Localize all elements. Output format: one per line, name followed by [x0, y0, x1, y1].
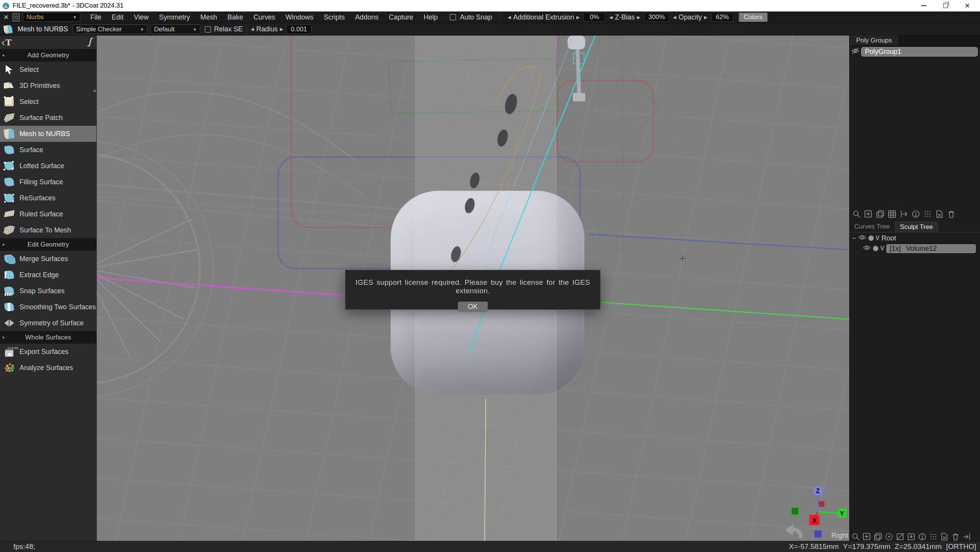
- stepper-right-icon[interactable]: ▶: [637, 15, 640, 20]
- stroke-curve-icon[interactable]: ∫: [88, 36, 93, 48]
- search-icon[interactable]: [851, 532, 860, 541]
- tab-poly-groups[interactable]: Poly Groups: [850, 36, 898, 45]
- sidebar-item-mesh-to-nurbs[interactable]: Mesh to NURBS: [0, 126, 96, 142]
- sidebar-item-select[interactable]: Select: [0, 62, 96, 78]
- menu-curves[interactable]: Curves: [253, 13, 275, 21]
- stepper-right-icon[interactable]: ▶: [704, 15, 707, 20]
- viewport-3d[interactable]: Z Y X Right IGES support license require…: [97, 36, 849, 541]
- eye-icon[interactable]: [863, 244, 871, 254]
- menu-addons[interactable]: Addons: [355, 13, 378, 21]
- sidebar-item-smoothing-two-surfaces[interactable]: Smoothing Two Surfaces: [0, 299, 96, 315]
- voxel-toggle[interactable]: V: [876, 235, 880, 242]
- sidebar-item-export-surfaces[interactable]: SCENE Export Surfaces: [0, 344, 96, 360]
- radius-value[interactable]: 0.001: [286, 25, 312, 34]
- additional-extrusion-stepper[interactable]: ◀ Additional Extrusion ▶: [508, 13, 579, 21]
- voxel-toggle[interactable]: V: [880, 245, 884, 252]
- close-button[interactable]: ✕: [965, 3, 970, 9]
- sidebar-item-surface-to-mesh[interactable]: Surface To Mesh: [0, 222, 96, 238]
- ok-button[interactable]: OK: [458, 302, 488, 312]
- restore-button[interactable]: [943, 3, 948, 8]
- sidebar-item-surface-patch[interactable]: Surface Patch: [0, 110, 96, 126]
- opacity-value[interactable]: 62%: [711, 13, 733, 22]
- menu-symmetry[interactable]: Symmetry: [159, 13, 190, 21]
- radius-stepper[interactable]: ◀ Radius ▶: [251, 25, 283, 33]
- add-layer-icon[interactable]: [864, 209, 873, 219]
- shader-sphere-icon[interactable]: [868, 235, 874, 241]
- menu-mesh[interactable]: Mesh: [200, 13, 217, 21]
- sidebar-item-snap-surfaces[interactable]: Snap Surfaces: [0, 283, 96, 299]
- delete-file-icon[interactable]: [935, 209, 944, 219]
- stepper-left-icon[interactable]: ◀: [251, 27, 254, 32]
- sidebar-item-select-cube[interactable]: Select: [0, 94, 96, 110]
- menu-capture[interactable]: Capture: [389, 13, 413, 21]
- stepper-left-icon[interactable]: ◀: [508, 15, 511, 20]
- import-icon[interactable]: [899, 209, 909, 219]
- additional-extrusion-value[interactable]: 0%: [583, 13, 605, 22]
- duplicate-icon[interactable]: [873, 532, 883, 541]
- text-tool-icon[interactable]: ‹ T: [2, 37, 12, 47]
- tree-row-volume[interactable]: V [1x] Volume12: [863, 244, 978, 253]
- menu-help[interactable]: Help: [423, 13, 438, 21]
- sidebar-item-3d-primitives[interactable]: 3D Primitives ◢: [0, 78, 96, 94]
- menu-windows[interactable]: Windows: [286, 13, 313, 21]
- z-bias-stepper[interactable]: ◀ Z-Bias ▶: [609, 13, 640, 21]
- hide-layer-icon[interactable]: [896, 532, 905, 541]
- volume-layer-name[interactable]: [1x] Volume12: [886, 244, 976, 253]
- dot-grid-icon[interactable]: [923, 209, 932, 219]
- search-icon[interactable]: [852, 209, 861, 219]
- polygroup-row[interactable]: PolyGroup1: [850, 47, 980, 57]
- auto-snap-checkbox[interactable]: [450, 14, 456, 20]
- sidebar-item-merge-surfaces[interactable]: Merge Surfaces: [0, 251, 96, 267]
- sidebar-item-symmetry-of-surface[interactable]: Symmetry of Surface: [0, 315, 96, 331]
- info-circle-icon[interactable]: [918, 532, 927, 541]
- sidebar-item-lofted-surface[interactable]: Lofted Surface: [0, 158, 96, 174]
- shader-sphere-icon[interactable]: [873, 246, 878, 251]
- add-layer-icon[interactable]: [862, 532, 871, 541]
- section-whole-surfaces[interactable]: ▾ Whole Surfaces: [0, 331, 96, 344]
- z-bias-value[interactable]: 300%: [644, 13, 669, 22]
- delete-file-icon[interactable]: [940, 532, 949, 541]
- trash-icon[interactable]: [951, 532, 960, 541]
- eye-slash-icon[interactable]: [851, 47, 860, 57]
- trash-icon[interactable]: [947, 209, 956, 219]
- panel-close-icon[interactable]: ✕: [3, 13, 9, 21]
- sidebar-item-surface[interactable]: Surface: [0, 142, 96, 158]
- polygroup-name[interactable]: PolyGroup1: [861, 47, 978, 57]
- checker-dropdown[interactable]: Simple Checker ▼: [73, 24, 148, 34]
- eye-icon[interactable]: [858, 233, 866, 244]
- colors-button[interactable]: Colors: [739, 13, 767, 22]
- sidebar-item-filling-surface[interactable]: Filling Surface: [0, 174, 96, 190]
- menu-view[interactable]: View: [134, 13, 149, 21]
- sidebar-item-resurfaces[interactable]: ReSurfaces: [0, 190, 96, 206]
- tab-curves-tree[interactable]: Curves Tree: [850, 223, 894, 232]
- dotted-circle-icon[interactable]: [884, 532, 894, 541]
- preset-dropdown[interactable]: Default ▼: [151, 24, 200, 34]
- dot-grid-icon[interactable]: [929, 532, 938, 541]
- sidebar-item-ruled-surface[interactable]: Ruled Surface: [0, 206, 96, 222]
- stepper-left-icon[interactable]: ◀: [673, 15, 676, 20]
- document-settings-icon[interactable]: [13, 13, 19, 21]
- opacity-stepper[interactable]: ◀ Opacity ▶: [673, 13, 707, 21]
- export-icon[interactable]: [962, 532, 971, 541]
- tree-row-root[interactable]: − V Root: [852, 233, 978, 243]
- stepper-right-icon[interactable]: ▶: [280, 27, 283, 32]
- menu-file[interactable]: File: [90, 13, 101, 21]
- stepper-right-icon[interactable]: ▶: [576, 15, 579, 20]
- info-circle-icon[interactable]: [911, 209, 920, 219]
- duplicate-icon[interactable]: [876, 209, 885, 219]
- room-mode-select[interactable]: Nurbs ▼: [23, 13, 80, 22]
- collapse-icon[interactable]: −: [852, 234, 856, 242]
- minimize-button[interactable]: [921, 5, 926, 6]
- merge-down-icon[interactable]: [907, 532, 916, 541]
- menu-bake[interactable]: Bake: [227, 13, 243, 21]
- relax-se-checkbox[interactable]: [205, 26, 211, 32]
- sidebar-item-analyze-surfaces[interactable]: Analyze Surfaces: [0, 360, 96, 376]
- menu-edit[interactable]: Edit: [112, 13, 123, 21]
- grid-icon[interactable]: [888, 209, 897, 219]
- section-edit-geometry[interactable]: ▾ Edit Geometry: [0, 238, 96, 251]
- sidebar-item-extract-edge[interactable]: Extract Edge: [0, 267, 96, 283]
- tab-sculpt-tree[interactable]: Sculpt Tree: [895, 222, 938, 232]
- stepper-left-icon[interactable]: ◀: [609, 15, 612, 20]
- section-add-geometry[interactable]: ▾ Add Geometry: [0, 49, 96, 62]
- menu-scripts[interactable]: Scripts: [324, 13, 345, 21]
